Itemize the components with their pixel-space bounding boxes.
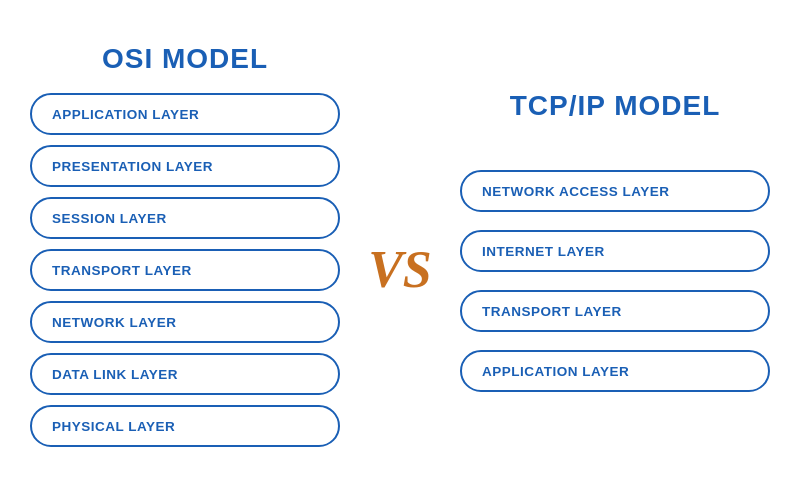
osi-layer-3: SESSION LAYER xyxy=(30,197,340,239)
tcpip-layer-2: INTERNET LAYER xyxy=(460,230,770,272)
tcpip-layer-3: TRANSPORT LAYER xyxy=(460,290,770,332)
osi-layer-1: APPLICATION LAYER xyxy=(30,93,340,135)
tcpip-layer-1: NETWORK ACCESS LAYER xyxy=(460,170,770,212)
osi-title: OSI MODEL xyxy=(30,43,340,75)
tcpip-column: TCP/IP MODEL NETWORK ACCESS LAYER INTERN… xyxy=(460,90,770,410)
tcpip-layer-4: APPLICATION LAYER xyxy=(460,350,770,392)
tcpip-layers: NETWORK ACCESS LAYER INTERNET LAYER TRAN… xyxy=(460,170,770,410)
osi-layer-5: NETWORK LAYER xyxy=(30,301,340,343)
osi-column: OSI MODEL APPLICATION LAYER PRESENTATION… xyxy=(30,43,340,457)
vs-label: VS xyxy=(368,244,432,296)
vs-section: VS xyxy=(355,244,445,296)
osi-layer-6: DATA LINK LAYER xyxy=(30,353,340,395)
osi-layer-4: TRANSPORT LAYER xyxy=(30,249,340,291)
osi-layer-2: PRESENTATION LAYER xyxy=(30,145,340,187)
osi-layer-7: PHYSICAL LAYER xyxy=(30,405,340,447)
main-container: OSI MODEL APPLICATION LAYER PRESENTATION… xyxy=(0,0,800,500)
tcpip-title: TCP/IP MODEL xyxy=(460,90,770,122)
